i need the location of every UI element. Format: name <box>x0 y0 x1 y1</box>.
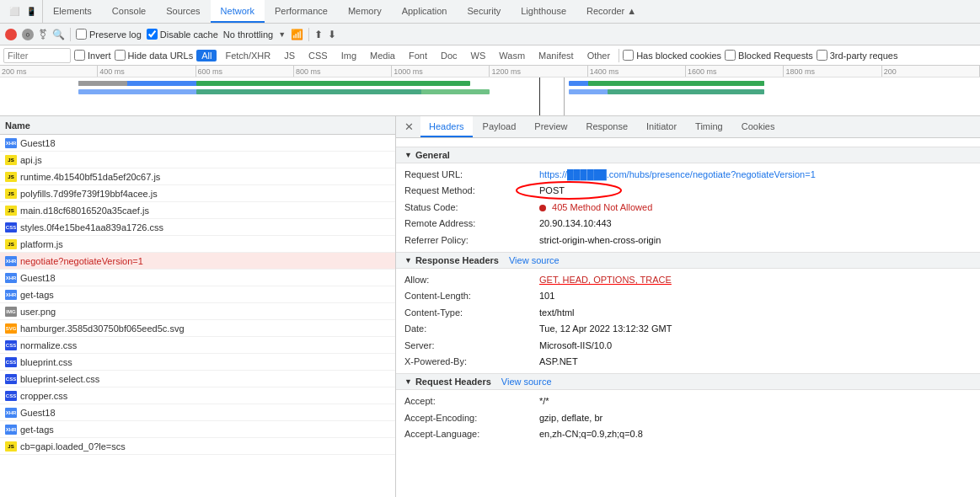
hide-data-urls-label[interactable]: Hide data URLs <box>115 50 194 61</box>
preserve-log-label[interactable]: Preserve log <box>76 29 142 40</box>
timeline-content <box>0 77 980 116</box>
file-type-icon: XHR <box>5 425 17 435</box>
content-type-label: Content-Type: <box>404 307 539 319</box>
tab-cookies[interactable]: Cookies <box>733 116 784 137</box>
filter-css[interactable]: CSS <box>303 50 333 61</box>
referrer-policy-value: strict-origin-when-cross-origin <box>539 234 661 247</box>
ruler-1600: 1600 ms <box>686 66 784 77</box>
date-value: Tue, 12 Apr 2022 13:12:32 GMT <box>539 323 672 335</box>
separator-2 <box>308 28 309 41</box>
file-item[interactable]: XHRnegotiate?negotiateVersion=1 <box>0 253 395 270</box>
blocked-cookies-label[interactable]: Has blocked cookies <box>623 50 721 61</box>
filter-img[interactable]: Img <box>336 50 361 61</box>
file-item[interactable]: IMGuser.png <box>0 303 395 320</box>
filter-button[interactable]: ⚧ <box>39 29 47 40</box>
search-button[interactable]: 🔍 <box>52 29 65 40</box>
filter-wasm[interactable]: Wasm <box>494 50 530 61</box>
file-item[interactable]: XHRGuest18 <box>0 270 395 286</box>
response-headers-section-header[interactable]: ▼ Response Headers View source <box>396 252 980 269</box>
filter-js[interactable]: JS <box>279 50 300 61</box>
request-headers-view-source[interactable]: View source <box>501 377 552 387</box>
file-item[interactable]: CSSblueprint-select.css <box>0 371 395 387</box>
disable-cache-checkbox[interactable] <box>147 29 158 40</box>
file-item[interactable]: JScb=gapi.loaded_0?le=scs <box>0 438 395 455</box>
blocked-requests-checkbox[interactable] <box>725 50 736 61</box>
hide-data-urls-checkbox[interactable] <box>115 50 126 61</box>
tab-recorder[interactable]: Recorder ▲ <box>576 0 646 23</box>
cursor-icon[interactable]: ⬜ <box>8 6 20 18</box>
tab-sources[interactable]: Sources <box>156 0 210 23</box>
tab-performance[interactable]: Performance <box>265 0 338 23</box>
tab-response[interactable]: Response <box>577 116 636 137</box>
file-item[interactable]: JSplatform.js <box>0 236 395 253</box>
tab-security[interactable]: Security <box>457 0 511 23</box>
file-name: cropper.css <box>20 391 67 401</box>
filter-other[interactable]: Other <box>582 50 616 61</box>
general-section-header[interactable]: ▼ General <box>396 147 980 163</box>
filter-ws[interactable]: WS <box>466 50 491 61</box>
tab-lighthouse[interactable]: Lighthouse <box>511 0 576 23</box>
file-item[interactable]: XHRGuest18 <box>0 404 395 421</box>
upload-icon[interactable]: ⬆ <box>314 29 323 40</box>
file-name: Guest18 <box>20 408 56 418</box>
response-headers-view-source[interactable]: View source <box>509 255 560 265</box>
tab-console[interactable]: Console <box>102 0 156 23</box>
tab-memory[interactable]: Memory <box>338 0 392 23</box>
record-button[interactable] <box>5 29 17 40</box>
tab-initiator[interactable]: Initiator <box>638 116 685 137</box>
preserve-log-text: Preserve log <box>89 29 142 40</box>
content-type-row: Content-Type: text/html <box>404 305 972 321</box>
close-button[interactable]: ✕ <box>399 120 419 133</box>
filter-font[interactable]: Font <box>404 50 432 61</box>
throttle-dropdown-icon[interactable]: ▼ <box>278 30 286 39</box>
tab-network[interactable]: Network <box>211 0 265 23</box>
ruler-600: 600 ms <box>196 66 294 77</box>
file-item[interactable]: SVGhamburger.3585d30750bf065eed5c.svg <box>0 320 395 337</box>
third-party-label[interactable]: 3rd-party reques <box>817 50 898 61</box>
request-headers-section-header[interactable]: ▼ Request Headers View source <box>396 373 980 390</box>
third-party-checkbox[interactable] <box>817 50 827 61</box>
stop-button[interactable]: ○ <box>22 29 34 40</box>
blocked-cookies-checkbox[interactable] <box>623 50 634 61</box>
blocked-requests-text: Blocked Requests <box>738 51 813 61</box>
preserve-log-checkbox[interactable] <box>76 29 87 40</box>
file-item[interactable]: CSSblueprint.css <box>0 354 395 371</box>
filter-manifest[interactable]: Manifest <box>533 50 579 61</box>
tab-headers[interactable]: Headers <box>420 116 473 137</box>
file-item[interactable]: XHRget-tags <box>0 421 395 438</box>
tab-preview[interactable]: Preview <box>526 116 576 137</box>
x-powered-by-row: X-Powered-By: ASP.NET <box>404 354 972 370</box>
file-list-header: Name <box>0 116 395 135</box>
file-item[interactable]: JSpolyfills.7d99fe739f19bbf4acee.js <box>0 185 395 202</box>
file-item[interactable]: CSSnormalize.css <box>0 337 395 354</box>
filter-input[interactable] <box>3 48 71 63</box>
filter-sep <box>619 49 619 62</box>
file-item[interactable]: XHRget-tags <box>0 286 395 303</box>
download-icon[interactable]: ⬇ <box>328 29 336 40</box>
filter-doc[interactable]: Doc <box>436 50 463 61</box>
device-icon[interactable]: 📱 <box>25 6 37 18</box>
invert-checkbox-label[interactable]: Invert <box>74 50 111 61</box>
filter-fetch-xhr[interactable]: Fetch/XHR <box>220 50 276 61</box>
file-name: blueprint-select.css <box>20 374 99 384</box>
tab-timing[interactable]: Timing <box>687 116 731 137</box>
file-type-icon: XHR <box>5 273 17 283</box>
file-item[interactable]: JSmain.d18cf68016520a35caef.js <box>0 202 395 219</box>
file-item[interactable]: JSapi.js <box>0 152 395 168</box>
content-length-label: Content-Length: <box>404 290 539 302</box>
file-item[interactable]: CSSstyles.0f4e15be41aa839a1726.css <box>0 219 395 236</box>
file-type-icon: JS <box>5 155 17 165</box>
request-method-row: Request Method: POST <box>404 183 972 199</box>
blocked-requests-label[interactable]: Blocked Requests <box>725 50 813 61</box>
filter-all[interactable]: All <box>196 50 217 61</box>
tab-elements[interactable]: Elements <box>43 0 102 23</box>
tab-application[interactable]: Application <box>392 0 458 23</box>
filter-media[interactable]: Media <box>365 50 400 61</box>
file-item[interactable]: XHRGuest18 <box>0 135 395 152</box>
throttle-select-text[interactable]: No throttling <box>223 29 273 40</box>
tab-payload[interactable]: Payload <box>474 116 525 137</box>
file-item[interactable]: JSruntime.4b1540bf51da5ef20c67.js <box>0 168 395 185</box>
file-item[interactable]: CSScropper.css <box>0 387 395 404</box>
disable-cache-label[interactable]: Disable cache <box>147 29 218 40</box>
invert-checkbox[interactable] <box>74 50 85 61</box>
